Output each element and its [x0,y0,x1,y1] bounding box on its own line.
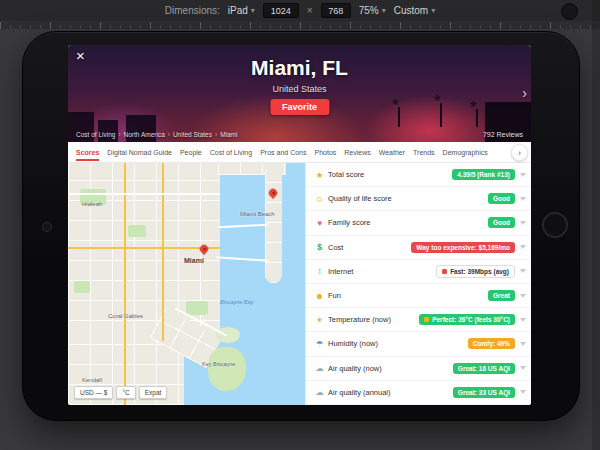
favorite-button[interactable]: Favorite [270,99,329,115]
tab-photos[interactable]: Photos [314,143,336,161]
tab-trends[interactable]: Trends [413,143,435,161]
score-row-fun[interactable]: Fun Great [306,284,531,308]
currency-button[interactable]: USD — $ [74,386,113,399]
trophy-icon [314,170,325,180]
map-island-virginia-key [216,327,240,343]
chevron-down-icon [520,390,526,394]
tab-digital-nomad-guide[interactable]: Digital Nomad Guide [107,143,172,161]
score-row-cost[interactable]: Cost Way too expensive: $5,169/mo [306,236,531,260]
tab-bar: Scores Digital Nomad Guide People Cost o… [68,142,531,163]
tab-scores[interactable]: Scores [76,143,99,161]
temperature-unit-button[interactable]: °C [116,386,135,399]
tab-weather[interactable]: Weather [379,143,405,161]
badge-text: Good [493,195,510,202]
dimensions-label: Dimensions: [165,5,220,16]
caret-down-icon: ▾ [382,6,386,15]
score-row-air-quality-now[interactable]: Air quality (now) Great: 16 US AQI [306,357,531,381]
score-label: Quality of life score [328,194,392,203]
map-road [68,193,220,195]
chevron-down-icon [520,221,526,225]
caret-down-icon: ▾ [251,6,255,15]
badge-text: Perfect: 26°C (feels 30°C) [432,316,510,323]
score-row-family-score[interactable]: Family score Good [306,211,531,235]
breadcrumb-link[interactable]: Miami [220,131,237,138]
tab-people[interactable]: People [180,143,202,161]
throttling-select-value: Custom [394,5,428,16]
score-badge: Comfy: 49% [468,338,515,349]
throttling-select[interactable]: Custom ▾ [394,5,435,16]
score-label: Humidity (now) [328,339,378,348]
score-badge: Great: 16 US AQI [453,363,515,374]
breadcrumb-link[interactable]: United States [173,131,212,138]
map-label-key-biscayne: Key Biscayne [202,361,235,367]
score-label: Family score [328,218,371,227]
expat-button[interactable]: Expat [139,386,168,399]
map-island-key-biscayne [208,347,246,391]
responsive-design-view: Dimensions: iPad ▾ × 75% ▾ Custom ▾ [0,0,600,450]
badge-text: 4.39/5 (Rank #13) [457,171,510,178]
score-row-humidity[interactable]: Humidity (now) Comfy: 49% [306,332,531,356]
badge-text: Way too expensive: $5,169/mo [416,244,510,251]
score-badge: 4.39/5 (Rank #13) [452,169,515,180]
width-input[interactable] [263,3,299,18]
zoom-select[interactable]: 75% ▾ [359,5,386,16]
tab-pros-and-cons[interactable]: Pros and Cons [260,143,306,161]
money-icon [314,242,325,252]
page-title: Miami, FL [68,56,531,80]
map-island-miami-beach [265,169,282,283]
score-row-air-quality-annual[interactable]: Air quality (annual) Great: 33 US AQI [306,381,531,405]
chevron-down-icon [520,366,526,370]
score-badge: Great: 33 US AQI [453,387,515,398]
badge-text: Great: 16 US AQI [458,365,510,372]
map-controls: USD — $ °C Expat [74,386,167,399]
score-badge: Fast: 39Mbps (avg) [436,265,515,278]
family-icon [314,218,325,228]
tab-cost-of-living[interactable]: Cost of Living [210,143,252,161]
badge-text: Great: 33 US AQI [458,389,510,396]
breadcrumb-separator: › [168,131,170,138]
map-label-biscayne-bay: Biscayne Bay [220,299,253,305]
score-row-quality-of-life[interactable]: Quality of life score Good [306,187,531,211]
party-icon [314,291,325,301]
more-tabs-button[interactable]: › [511,144,528,161]
wind-icon [314,363,325,373]
chevron-down-icon [520,318,526,322]
map-label-coral-gables: Coral Gables [108,313,143,319]
map-highway [124,163,126,405]
device-select[interactable]: iPad ▾ [228,5,255,16]
tab-demographics[interactable]: Demographics [443,143,488,161]
score-row-temperature[interactable]: Temperature (now) Perfect: 26°C (feels 3… [306,308,531,332]
score-label: Air quality (now) [328,364,382,373]
breadcrumb-separator: › [215,131,217,138]
map-park [74,281,90,293]
score-row-total-score[interactable]: Total score 4.39/5 (Rank #13) [306,163,531,187]
chevron-down-icon [520,197,526,201]
wind-icon [314,387,325,397]
breadcrumb-link[interactable]: North America [124,131,165,138]
droplet-icon [314,339,325,349]
score-row-internet[interactable]: Internet Fast: 39Mbps (avg) [306,260,531,284]
dimensions-separator: × [307,5,313,16]
chevron-right-icon[interactable]: › [522,85,527,101]
map-label-hialeah: Hialeah [82,201,102,207]
speed-indicator-dot [442,269,447,274]
tab-reviews[interactable]: Reviews [344,143,370,161]
height-input[interactable] [321,3,351,18]
city-header: × Miami, FL United States Favorite Cost … [68,45,531,142]
map-causeway [218,224,268,228]
page-subtitle: United States [68,84,531,94]
palm-tree-silhouette [398,107,400,127]
map-label-miami-beach: Miami Beach [240,211,275,217]
horizontal-ruler [0,21,600,29]
map-highway [162,163,164,341]
score-badge: Good [488,217,515,228]
breadcrumb-link[interactable]: Cost of Living [76,131,115,138]
toolbar-menu-button[interactable] [561,3,578,20]
score-label: Air quality (annual) [328,388,391,397]
score-label: Temperature (now) [328,315,391,324]
city-map[interactable]: Hialeah Miami Beach Miami Coral Gables K… [68,163,305,405]
chevron-down-icon [520,173,526,177]
reviews-count[interactable]: 792 Reviews [483,131,523,138]
scores-panel: Total score 4.39/5 (Rank #13) Quality of… [305,163,531,405]
device-select-value: iPad [228,5,248,16]
